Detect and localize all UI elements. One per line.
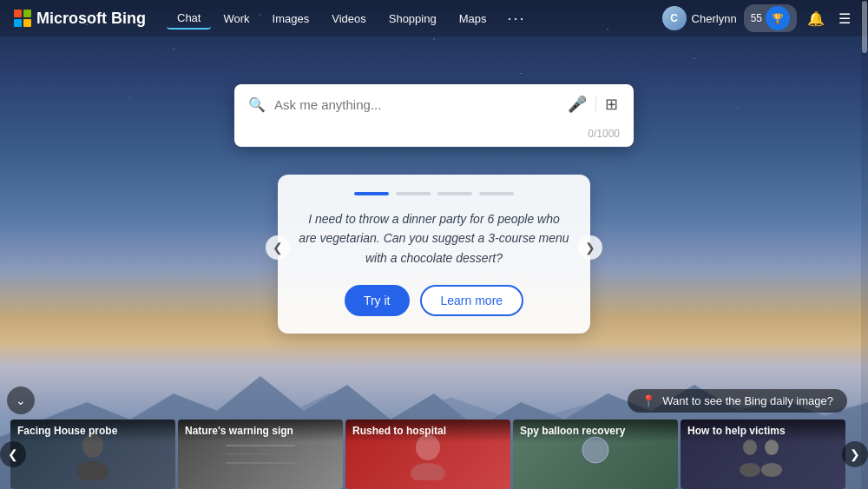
news-card-3[interactable]: Rushed to hospital	[345, 420, 510, 489]
char-count: 0/1000	[588, 128, 620, 140]
collapse-button[interactable]: ⌄	[7, 387, 35, 414]
nature-image	[226, 437, 295, 472]
svg-point-11	[761, 463, 782, 477]
nav-images[interactable]: Images	[262, 9, 320, 29]
nav-links: Chat Work Images Videos Shopping Maps ··…	[167, 8, 662, 30]
search-icon: 🔍	[248, 96, 266, 113]
svg-point-6	[411, 463, 445, 480]
bottom-section: ⌄ 📍 Want to see the Bing daily image? ❮ …	[0, 383, 868, 489]
card-prev-button[interactable]: ❮	[266, 235, 290, 260]
points-badge[interactable]: 55 🏆	[744, 4, 797, 32]
news-strip: Facing House probe Nature's warning sign	[0, 420, 868, 489]
news-card-2[interactable]: Nature's warning sign	[178, 420, 343, 489]
avatar: C	[662, 6, 687, 30]
news-card-1[interactable]: Facing House probe	[10, 420, 175, 489]
try-it-button[interactable]: Try it	[345, 285, 410, 316]
dot-2	[396, 192, 431, 195]
user-profile[interactable]: C Cherlynn	[662, 6, 737, 30]
search-footer: 0/1000	[234, 124, 634, 147]
scrollbar-thumb	[862, 1, 867, 53]
username: Cherlynn	[692, 12, 737, 25]
search-box: 🔍 🎤 ⊞ 0/1000	[234, 84, 634, 147]
scrollbar[interactable]	[861, 0, 868, 489]
dot-1	[354, 192, 389, 195]
news-title-5: How to help victims	[681, 420, 845, 442]
points-value: 55	[751, 12, 762, 24]
logo[interactable]: Microsoft Bing	[14, 10, 146, 28]
nav-maps[interactable]: Maps	[449, 9, 497, 29]
logo-text: Microsoft Bing	[36, 10, 146, 28]
dot-3	[437, 192, 472, 195]
divider	[595, 96, 596, 112]
news-prev-button[interactable]: ❮	[0, 441, 26, 467]
nav-shopping[interactable]: Shopping	[378, 9, 447, 29]
nav-chat[interactable]: Chat	[167, 8, 211, 30]
nav-more-button[interactable]: ···	[498, 8, 534, 30]
bing-daily-image-prompt[interactable]: 📍 Want to see the Bing daily image?	[628, 389, 847, 413]
progress-dots	[299, 192, 569, 195]
camera-button[interactable]: ⊞	[603, 93, 620, 116]
nav-right: C Cherlynn 55 🏆 🔔 ☰	[662, 4, 854, 32]
logo-grid	[14, 10, 31, 27]
nav-work[interactable]: Work	[213, 9, 260, 29]
reward-icon: 🏆	[766, 6, 790, 30]
news-card-5[interactable]: How to help victims	[681, 420, 845, 489]
location-icon: 📍	[641, 394, 655, 407]
menu-button[interactable]: ☰	[835, 7, 854, 30]
bing-image-text: Want to see the Bing daily image?	[662, 394, 833, 407]
svg-point-10	[740, 463, 760, 477]
suggestion-text: I need to throw a dinner party for 6 peo…	[299, 209, 569, 268]
nav-videos[interactable]: Videos	[321, 9, 377, 29]
search-input[interactable]	[274, 97, 557, 112]
navbar: Microsoft Bing Chat Work Images Videos S…	[0, 0, 868, 36]
suggestion-actions: Try it Learn more	[299, 285, 569, 316]
news-title-1: Facing House probe	[10, 420, 175, 442]
dot-4	[479, 192, 514, 195]
card-next-button[interactable]: ❯	[578, 235, 602, 260]
search-input-row: 🔍 🎤 ⊞	[234, 84, 634, 124]
mic-button[interactable]: 🎤	[566, 93, 589, 116]
news-card-4[interactable]: Spy balloon recovery	[513, 420, 678, 489]
svg-point-1	[77, 461, 108, 480]
search-container: 🔍 🎤 ⊞ 0/1000	[234, 84, 634, 147]
bottom-controls: ⌄ 📍 Want to see the Bing daily image?	[0, 383, 868, 420]
notifications-button[interactable]: 🔔	[804, 7, 828, 30]
suggestion-card-wrap: ❮ I need to throw a dinner party for 6 p…	[278, 161, 590, 334]
news-title-2: Nature's warning sign	[178, 420, 343, 442]
search-actions: 🎤 ⊞	[566, 93, 620, 116]
learn-more-button[interactable]: Learn more	[420, 285, 524, 316]
news-strip-wrap: ❮ Facing House probe Nature's warning si…	[0, 420, 868, 489]
suggestion-card: I need to throw a dinner party for 6 peo…	[278, 175, 590, 334]
news-title-4: Spy balloon recovery	[513, 420, 678, 442]
news-title-3: Rushed to hospital	[345, 420, 510, 442]
